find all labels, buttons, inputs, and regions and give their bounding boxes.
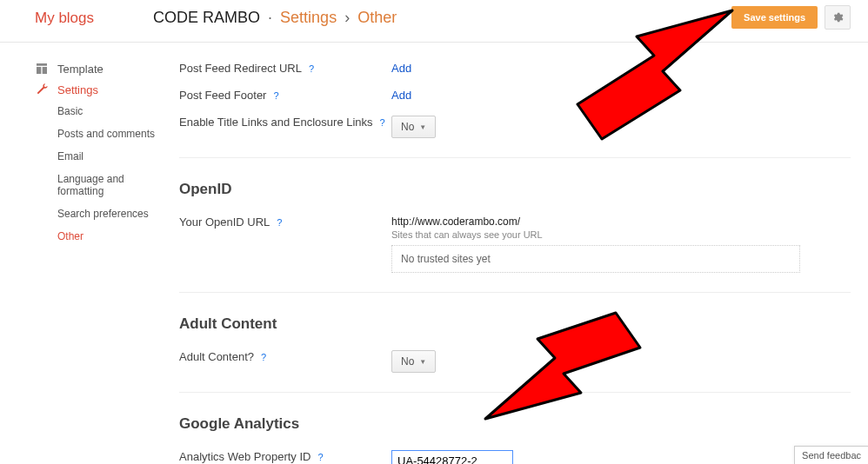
subnav-lang[interactable]: Language and formatting [57, 168, 172, 202]
openid-subtext: Sites that can always see your URL [391, 229, 851, 240]
header-right: Save settings [731, 5, 851, 30]
breadcrumb-blog: CODE RAMBO [153, 9, 260, 26]
breadcrumb-other[interactable]: Other [357, 9, 397, 26]
breadcrumb-settings[interactable]: Settings [280, 9, 337, 26]
breadcrumb: CODE RAMBO · Settings › Other [153, 9, 397, 27]
label-text: Analytics Web Property ID [179, 450, 310, 463]
help-icon[interactable]: ? [309, 63, 314, 74]
row-analytics: Analytics Web Property ID ? [179, 443, 851, 464]
openid-url: http://www.coderambo.com/ [391, 215, 851, 228]
send-feedback-button[interactable]: Send feedbac [794, 446, 868, 464]
help-icon[interactable]: ? [261, 352, 266, 362]
sidebar-item-settings[interactable]: Settings [35, 79, 172, 100]
select-value: No [401, 121, 414, 133]
header-left: My blogs CODE RAMBO · Settings › Other [35, 9, 397, 27]
help-icon[interactable]: ? [380, 117, 385, 128]
help-icon[interactable]: ? [317, 452, 323, 462]
help-icon[interactable]: ? [277, 217, 282, 228]
label-text: Your OpenID URL [179, 215, 270, 229]
label-text: Post Feed Footer [179, 89, 266, 102]
breadcrumb-sep: › [344, 9, 350, 26]
enclosure-select[interactable]: No ▼ [391, 116, 436, 138]
section-analytics: Google Analytics [179, 393, 851, 443]
help-icon[interactable]: ? [273, 90, 278, 101]
row-label: Enable Title Links and Enclosure Links ? [179, 116, 391, 129]
row-adult: Adult Content? ? No ▼ [179, 343, 851, 380]
trusted-sites-box: No trusted sites yet [391, 245, 800, 273]
openid-value: http://www.coderambo.com/ Sites that can… [391, 215, 851, 273]
row-enclosure: Enable Title Links and Enclosure Links ?… [179, 109, 851, 145]
row-label: Post Feed Redirect URL ? [179, 62, 391, 75]
my-blogs-link[interactable]: My blogs [35, 10, 94, 27]
chevron-down-icon: ▼ [419, 358, 426, 366]
template-icon [35, 62, 49, 76]
sidebar: Template Settings Basic Posts and commen… [0, 43, 172, 464]
section-openid: OpenID [179, 158, 851, 209]
subnav-posts[interactable]: Posts and comments [57, 123, 172, 145]
chevron-down-icon: ▼ [419, 123, 426, 131]
row-feed-footer: Post Feed Footer ? Add [179, 82, 851, 109]
wrench-icon [35, 83, 49, 96]
add-redirect-link[interactable]: Add [391, 62, 411, 75]
row-label: Adult Content? ? [179, 350, 391, 363]
sidebar-subnav: Basic Posts and comments Email Language … [35, 100, 172, 248]
content-area: Post Feed Redirect URL ? Add Post Feed F… [172, 43, 868, 464]
save-settings-button[interactable]: Save settings [731, 6, 818, 29]
main-layout: Template Settings Basic Posts and commen… [0, 43, 868, 464]
sidebar-label: Template [57, 63, 103, 76]
row-label: Your OpenID URL ? [179, 215, 391, 229]
analytics-id-input[interactable] [391, 450, 513, 464]
subnav-email[interactable]: Email [57, 145, 172, 168]
row-openid: Your OpenID URL ? http://www.coderambo.c… [179, 209, 851, 280]
select-value: No [401, 355, 414, 368]
row-feed-redirect: Post Feed Redirect URL ? Add [179, 55, 851, 82]
header-bar: My blogs CODE RAMBO · Settings › Other S… [0, 0, 868, 43]
sidebar-label: Settings [57, 83, 98, 96]
settings-gear-button[interactable] [825, 5, 851, 30]
section-adult: Adult Content [179, 293, 851, 343]
sidebar-item-template[interactable]: Template [35, 58, 172, 79]
row-label: Analytics Web Property ID ? [179, 450, 391, 463]
label-text: Post Feed Redirect URL [179, 62, 302, 75]
row-label: Post Feed Footer ? [179, 89, 391, 102]
gear-icon [831, 11, 844, 23]
subnav-basic[interactable]: Basic [57, 100, 172, 123]
breadcrumb-sep: · [268, 9, 272, 26]
label-text: Adult Content? [179, 350, 254, 363]
label-text: Enable Title Links and Enclosure Links [179, 116, 373, 129]
subnav-other[interactable]: Other [57, 225, 172, 248]
adult-select[interactable]: No ▼ [391, 350, 436, 373]
subnav-search[interactable]: Search preferences [57, 202, 172, 225]
add-footer-link[interactable]: Add [391, 89, 411, 102]
